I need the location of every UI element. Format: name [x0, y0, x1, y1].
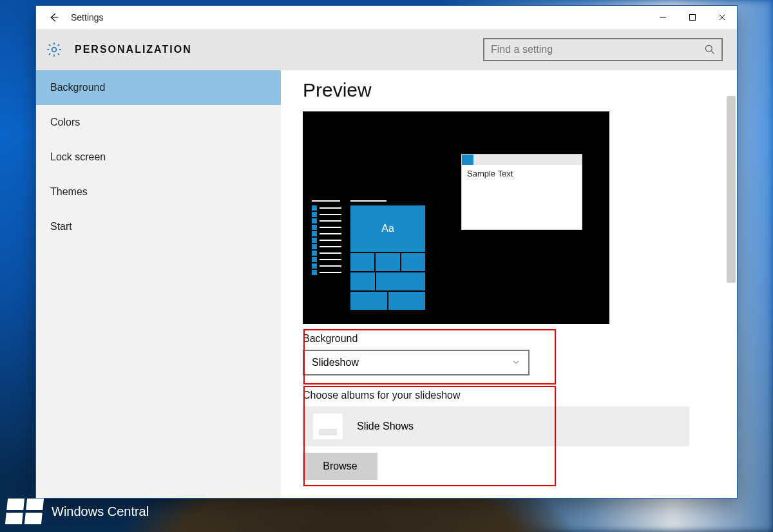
- close-icon: [718, 14, 726, 21]
- search-input[interactable]: [490, 43, 703, 56]
- tile-grid-mock: Aa: [350, 200, 425, 310]
- background-dropdown[interactable]: Slideshow: [303, 350, 530, 375]
- sidebar-item-lock-screen[interactable]: Lock screen: [36, 140, 281, 175]
- sidebar: Background Colors Lock screen Themes Sta…: [36, 70, 281, 498]
- window-controls: [648, 6, 737, 29]
- watermark-text: Windows Central: [52, 504, 149, 519]
- maximize-icon: [689, 14, 696, 21]
- desktop-preview: Aa Sample Text: [303, 111, 609, 324]
- arrow-left-icon: [48, 12, 59, 23]
- gear-icon: [45, 41, 63, 59]
- windows-logo-icon: [5, 499, 44, 524]
- settings-search[interactable]: [483, 38, 723, 61]
- window-titlebar: Settings: [36, 6, 737, 29]
- svg-rect-0: [690, 15, 696, 21]
- album-name: Slide Shows: [357, 421, 414, 432]
- sidebar-item-label: Start: [50, 221, 72, 233]
- close-button[interactable]: [707, 6, 737, 29]
- start-menu-mock: Aa: [312, 200, 425, 310]
- sample-window-text: Sample Text: [462, 165, 582, 182]
- album-row[interactable]: Slide Shows: [303, 406, 689, 446]
- back-button[interactable]: [39, 6, 68, 29]
- sidebar-item-colors[interactable]: Colors: [36, 105, 281, 140]
- minimize-icon: [659, 14, 667, 21]
- scrollbar[interactable]: [725, 70, 737, 498]
- sidebar-item-themes[interactable]: Themes: [36, 175, 281, 209]
- browse-button[interactable]: Browse: [303, 453, 377, 480]
- chevron-down-icon: [511, 357, 520, 368]
- preview-big-tile: Aa: [350, 205, 425, 252]
- sidebar-item-label: Themes: [50, 186, 88, 198]
- tile-text: Aa: [381, 223, 394, 234]
- settings-window: Settings PERSONALIZATION: [35, 5, 738, 499]
- preview-sample-window: Sample Text: [461, 154, 582, 230]
- sidebar-item-background[interactable]: Background: [36, 70, 281, 105]
- watermark: Windows Central: [6, 499, 149, 524]
- browse-button-label: Browse: [323, 461, 357, 472]
- search-icon: [703, 43, 716, 56]
- sidebar-item-label: Colors: [50, 117, 80, 128]
- sidebar-item-label: Background: [50, 82, 105, 93]
- start-list-mock: [312, 200, 341, 310]
- albums-label: Choose albums for your slideshow: [303, 390, 715, 401]
- content-pane: Preview: [281, 70, 737, 498]
- preview-heading: Preview: [303, 79, 737, 101]
- background-field-group: Background Slideshow: [303, 333, 560, 375]
- window-title: Settings: [68, 12, 104, 23]
- maximize-button[interactable]: [678, 6, 707, 29]
- folder-icon: [313, 413, 343, 439]
- svg-point-2: [705, 45, 712, 52]
- dropdown-value: Slideshow: [312, 357, 359, 368]
- section-title: PERSONALIZATION: [75, 44, 192, 55]
- window-body: Background Colors Lock screen Themes Sta…: [36, 70, 737, 498]
- sidebar-item-start[interactable]: Start: [36, 209, 281, 244]
- sidebar-item-label: Lock screen: [50, 151, 106, 163]
- header-strip: PERSONALIZATION: [36, 29, 737, 70]
- background-label: Background: [303, 333, 560, 345]
- albums-field-group: Choose albums for your slideshow Slide S…: [303, 390, 715, 480]
- svg-point-1: [52, 48, 57, 52]
- scrollbar-thumb[interactable]: [727, 96, 736, 283]
- minimize-button[interactable]: [648, 6, 678, 29]
